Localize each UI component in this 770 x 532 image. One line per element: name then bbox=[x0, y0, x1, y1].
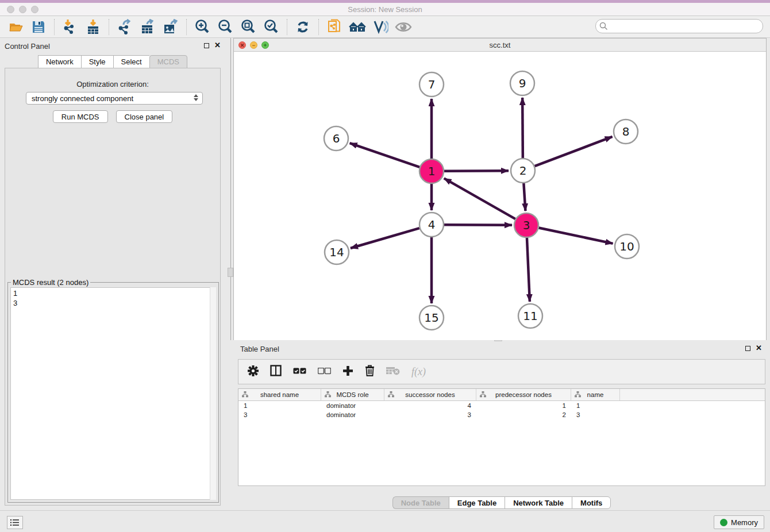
float-panel-icon[interactable] bbox=[204, 43, 209, 48]
graph-node-label-10: 10 bbox=[619, 240, 634, 253]
column-header-predecessor-nodes[interactable]: predecessor nodes bbox=[476, 389, 571, 400]
optimization-criterion-label: Optimization criterion: bbox=[5, 80, 220, 88]
network-view-window: ✕ − + scc.txt 7968124314101511 bbox=[233, 38, 767, 340]
cell-successor-nodes[interactable]: 4 bbox=[384, 402, 476, 409]
mcds-tab-content: Optimization criterion: strongly connect… bbox=[5, 68, 221, 506]
deselect-all-columns-icon[interactable] bbox=[318, 367, 331, 377]
hide-graphics-details-icon[interactable] bbox=[372, 18, 389, 36]
table-row[interactable]: 3dominator323 bbox=[238, 410, 765, 419]
column-header-name[interactable]: name bbox=[571, 389, 620, 400]
hierarchy-icon bbox=[388, 391, 394, 399]
tab-node-table[interactable]: Node Table bbox=[392, 496, 449, 509]
column-header-successor-nodes[interactable]: successor nodes bbox=[384, 389, 476, 400]
show-column-selector-icon[interactable] bbox=[270, 365, 282, 379]
column-header-mcds-role[interactable]: MCDS role bbox=[321, 389, 384, 400]
control-panel-title: Control Panel bbox=[5, 42, 50, 51]
graph-edge-3-11[interactable] bbox=[527, 238, 530, 302]
tab-mcds[interactable]: MCDS bbox=[149, 55, 187, 68]
close-panel-icon[interactable]: ✕ bbox=[214, 43, 221, 48]
memory-button[interactable]: Memory bbox=[714, 515, 764, 529]
graph-node-label-14: 14 bbox=[329, 245, 344, 259]
graph-edge-2-9[interactable] bbox=[522, 98, 523, 158]
graph-edge-1-2[interactable] bbox=[444, 171, 509, 171]
vertical-splitter-grip[interactable] bbox=[228, 268, 233, 277]
export-table-icon[interactable] bbox=[139, 18, 156, 36]
show-graphics-details-eye-icon[interactable] bbox=[395, 18, 412, 36]
graph-edge-1-6[interactable] bbox=[350, 143, 420, 167]
cell-predecessor-nodes[interactable]: 1 bbox=[476, 402, 571, 409]
column-label: successor nodes bbox=[405, 391, 455, 398]
optimization-criterion-select[interactable]: strongly connected component bbox=[26, 92, 203, 105]
cell-shared-name[interactable]: 3 bbox=[238, 411, 321, 418]
column-label: MCDS role bbox=[336, 391, 368, 398]
result-scrollbar[interactable] bbox=[210, 287, 216, 500]
list-icon bbox=[10, 519, 20, 526]
clone-network-icon[interactable] bbox=[326, 18, 343, 36]
vertical-splitter[interactable] bbox=[230, 38, 231, 340]
function-builder-icon: f(x) bbox=[411, 366, 426, 378]
cell-name[interactable]: 3 bbox=[571, 411, 620, 418]
table-row[interactable]: 1dominator411 bbox=[238, 401, 765, 410]
hierarchy-icon bbox=[575, 391, 581, 399]
column-header-shared-name[interactable]: shared name bbox=[238, 389, 321, 400]
zoom-selected-icon[interactable] bbox=[263, 18, 280, 36]
network-canvas-svg[interactable]: 7968124314101511 bbox=[234, 52, 766, 340]
main-toolbar bbox=[0, 16, 770, 38]
search-input[interactable] bbox=[595, 19, 763, 33]
cell-name[interactable]: 1 bbox=[571, 402, 620, 409]
search-field-wrapper bbox=[595, 19, 763, 33]
tab-select[interactable]: Select bbox=[113, 55, 149, 68]
status-bar: Memory bbox=[0, 510, 770, 532]
select-all-columns-icon[interactable] bbox=[293, 367, 306, 377]
zoom-fit-icon[interactable] bbox=[240, 18, 257, 36]
cell-mcds-role[interactable]: dominator bbox=[321, 402, 384, 409]
graph-node-label-7: 7 bbox=[428, 78, 436, 91]
table-panel: Table Panel ✕ bbox=[233, 342, 770, 510]
mcds-result-textarea[interactable]: 1 3 bbox=[10, 287, 216, 500]
run-mcds-button[interactable]: Run MCDS bbox=[53, 110, 108, 123]
graph-edge-2-3[interactable] bbox=[523, 183, 525, 211]
refresh-layout-icon[interactable] bbox=[294, 18, 311, 36]
cell-mcds-role[interactable]: dominator bbox=[321, 411, 384, 418]
graph-node-label-2: 2 bbox=[519, 164, 527, 178]
task-history-button[interactable] bbox=[7, 516, 23, 529]
export-network-icon[interactable] bbox=[116, 18, 133, 36]
control-panel-tabs: NetworkStyleSelectMCDS bbox=[0, 55, 225, 68]
graph-edge-4-3[interactable] bbox=[444, 225, 512, 225]
create-column-plus-icon[interactable] bbox=[342, 365, 353, 379]
import-network-icon[interactable] bbox=[61, 18, 79, 36]
graph-edge-3-1[interactable] bbox=[444, 178, 515, 219]
zoom-out-icon[interactable] bbox=[217, 18, 234, 36]
graph-edge-2-8[interactable] bbox=[535, 137, 613, 166]
export-image-icon[interactable] bbox=[162, 18, 179, 36]
float-table-panel-icon[interactable] bbox=[745, 346, 750, 351]
first-neighbors-icon[interactable] bbox=[349, 18, 366, 36]
tab-edge-table[interactable]: Edge Table bbox=[449, 496, 505, 509]
cell-predecessor-nodes[interactable]: 2 bbox=[476, 411, 571, 418]
delete-column-trash-icon[interactable] bbox=[365, 365, 375, 379]
open-file-icon[interactable] bbox=[7, 18, 24, 36]
close-panel-button[interactable]: Close panel bbox=[116, 110, 173, 123]
optimization-criterion-value: strongly connected component bbox=[32, 94, 133, 103]
column-header-filler bbox=[620, 389, 765, 400]
save-session-icon[interactable] bbox=[30, 18, 47, 36]
graph-edge-3-10[interactable] bbox=[539, 228, 613, 244]
window-title: Session: New Session bbox=[0, 5, 770, 14]
zoom-in-icon[interactable] bbox=[194, 18, 211, 36]
tab-network-table[interactable]: Network Table bbox=[505, 496, 572, 509]
application-window: Session: New Session bbox=[0, 0, 770, 532]
table-settings-gear-icon[interactable] bbox=[248, 365, 259, 379]
graph-node-label-4: 4 bbox=[428, 218, 436, 232]
graph-edge-4-14[interactable] bbox=[351, 228, 419, 248]
tab-style[interactable]: Style bbox=[81, 55, 113, 68]
import-table-icon[interactable] bbox=[84, 18, 102, 36]
tab-motifs[interactable]: Motifs bbox=[572, 496, 611, 509]
graph-node-label-11: 11 bbox=[523, 309, 537, 323]
cell-shared-name[interactable]: 1 bbox=[238, 402, 321, 409]
close-table-panel-icon[interactable]: ✕ bbox=[756, 345, 762, 351]
graph-node-label-9: 9 bbox=[519, 76, 526, 90]
cell-successor-nodes[interactable]: 3 bbox=[384, 411, 476, 418]
network-window-titlebar[interactable]: ✕ − + scc.txt bbox=[234, 38, 766, 52]
tab-network[interactable]: Network bbox=[38, 55, 81, 68]
hierarchy-icon bbox=[480, 391, 486, 399]
